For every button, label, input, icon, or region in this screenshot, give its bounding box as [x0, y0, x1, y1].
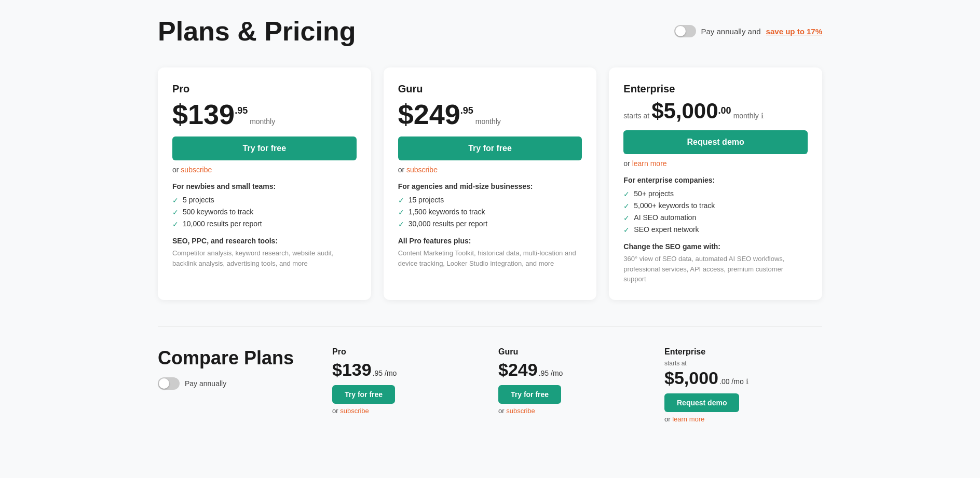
compare-price-row-enterprise: $5,000 .00 /mo ℹ	[664, 368, 814, 388]
compare-billing-toggle-area: Pay annually	[158, 377, 324, 390]
check-icon: ✓	[398, 208, 404, 216]
price-period-pro: monthly	[250, 117, 275, 126]
compare-plan-col-guru: Guru $249 .95 /mo Try for free or subscr…	[490, 347, 656, 423]
features-list-guru: ✓15 projects ✓1,500 keywords to track ✓3…	[398, 196, 582, 228]
compare-subscribe-link-guru[interactable]: subscribe	[506, 407, 535, 415]
compare-billing-label: Pay annually	[185, 379, 226, 388]
compare-header: Compare Plans Pay annually Pro $139 .95 …	[158, 347, 822, 423]
check-icon: ✓	[172, 220, 179, 228]
tools-label-pro: SEO, PPC, and research tools:	[172, 237, 357, 245]
compare-title: Compare Plans	[158, 347, 324, 369]
compare-plan-name-enterprise: Enterprise	[664, 347, 814, 357]
or-subscribe-enterprise: or learn more	[623, 159, 808, 168]
check-icon: ✓	[398, 220, 404, 228]
compare-learn-more-link-enterprise[interactable]: learn more	[672, 415, 704, 423]
compare-try-free-button-pro[interactable]: Try for free	[332, 385, 395, 404]
compare-price-suffix-enterprise: .00 /mo	[719, 377, 744, 386]
check-icon: ✓	[623, 226, 630, 234]
feature-item: ✓50+ projects	[623, 189, 808, 198]
plan-name-guru: Guru	[398, 83, 582, 95]
price-amount-pro: $139	[172, 100, 235, 128]
check-icon: ✓	[398, 196, 404, 204]
compare-or-subscribe-enterprise: or learn more	[664, 415, 814, 423]
tools-label-guru: All Pro features plus:	[398, 237, 582, 245]
price-period-enterprise: monthly	[733, 112, 759, 120]
try-free-button-pro[interactable]: Try for free	[172, 136, 357, 160]
compare-plan-col-pro: Pro $139 .95 /mo Try for free or subscri…	[324, 347, 490, 423]
plan-desc-pro: For newbies and small teams:	[172, 182, 357, 190]
compare-title-col: Compare Plans Pay annually	[158, 347, 324, 423]
tools-desc-pro: Competitor analysis, keyword research, w…	[172, 248, 357, 268]
price-row-pro: $139 .95 monthly	[172, 100, 357, 128]
toggle-knob	[675, 26, 686, 36]
check-icon: ✓	[172, 196, 179, 204]
tools-label-enterprise: Change the SEO game with:	[623, 242, 808, 251]
price-cents-enterprise: .00	[718, 105, 731, 116]
compare-price-amount-guru: $249	[498, 360, 538, 380]
compare-section: Compare Plans Pay annually Pro $139 .95 …	[158, 337, 822, 444]
tools-desc-guru: Content Marketing Toolkit, historical da…	[398, 248, 582, 268]
features-list-enterprise: ✓50+ projects ✓5,000+ keywords to track …	[623, 189, 808, 234]
compare-price-amount-pro: $139	[332, 360, 372, 380]
price-amount-enterprise: $5,000	[651, 100, 718, 122]
check-icon: ✓	[623, 190, 630, 198]
feature-item: ✓AI SEO automation	[623, 213, 808, 222]
compare-try-free-button-guru[interactable]: Try for free	[498, 385, 561, 404]
price-amount-guru: $249	[398, 100, 460, 128]
divider	[158, 326, 822, 326]
plan-card-guru: Guru $249 .95 monthly Try for free or su…	[384, 67, 597, 300]
feature-item: ✓5 projects	[172, 196, 357, 204]
plan-name-pro: Pro	[172, 83, 357, 95]
feature-item: ✓30,000 results per report	[398, 220, 582, 228]
or-subscribe-pro: or subscribe	[172, 166, 357, 174]
page-title: Plans & Pricing	[158, 16, 356, 47]
compare-plan-name-guru: Guru	[498, 347, 648, 357]
annual-billing-toggle[interactable]	[674, 25, 696, 37]
compare-price-suffix-pro: .95 /mo	[373, 369, 397, 377]
info-icon-enterprise[interactable]: ℹ	[761, 112, 764, 120]
compare-or-subscribe-guru: or subscribe	[498, 407, 648, 415]
billing-toggle-area: Pay annually and save up to 17%	[674, 25, 822, 37]
feature-item: ✓1,500 keywords to track	[398, 208, 582, 216]
compare-price-amount-enterprise: $5,000	[664, 368, 718, 388]
check-icon: ✓	[172, 208, 179, 216]
try-free-button-guru[interactable]: Try for free	[398, 136, 582, 160]
feature-item: ✓500 keywords to track	[172, 208, 357, 216]
plans-grid: Pro $139 .95 monthly Try for free or sub…	[158, 67, 822, 300]
subscribe-link-guru[interactable]: subscribe	[406, 166, 438, 174]
compare-plan-name-pro: Pro	[332, 347, 482, 357]
tools-desc-enterprise: 360° view of SEO data, automated AI SEO …	[623, 254, 808, 284]
subscribe-link-pro[interactable]: subscribe	[181, 166, 212, 174]
feature-item: ✓15 projects	[398, 196, 582, 204]
compare-starts-at-enterprise: starts at	[664, 360, 814, 367]
compare-price-row-guru: $249 .95 /mo	[498, 360, 648, 380]
price-row-guru: $249 .95 monthly	[398, 100, 582, 128]
request-demo-button-enterprise[interactable]: Request demo	[623, 130, 808, 154]
compare-price-suffix-guru: .95 /mo	[539, 369, 563, 377]
billing-toggle-prefix: Pay annually and	[701, 27, 761, 36]
compare-request-demo-button-enterprise[interactable]: Request demo	[664, 393, 739, 412]
check-icon: ✓	[623, 202, 630, 210]
compare-toggle-knob	[159, 378, 169, 389]
compare-subscribe-link-pro[interactable]: subscribe	[340, 407, 369, 415]
compare-annual-billing-toggle[interactable]	[158, 377, 180, 390]
compare-or-subscribe-pro: or subscribe	[332, 407, 482, 415]
plan-card-enterprise: Enterprise starts at $5,000 .00 monthly …	[609, 67, 822, 300]
plan-desc-enterprise: For enterprise companies:	[623, 176, 808, 184]
or-subscribe-guru: or subscribe	[398, 166, 582, 174]
compare-info-icon-enterprise[interactable]: ℹ	[746, 377, 748, 386]
feature-item: ✓10,000 results per report	[172, 220, 357, 228]
price-cents-pro: .95	[235, 105, 248, 116]
compare-price-row-pro: $139 .95 /mo	[332, 360, 482, 380]
compare-plans-cols: Pro $139 .95 /mo Try for free or subscri…	[324, 347, 822, 423]
price-starts-at-enterprise: starts at	[623, 112, 649, 120]
plan-card-pro: Pro $139 .95 monthly Try for free or sub…	[158, 67, 371, 300]
header: Plans & Pricing Pay annually and save up…	[158, 0, 822, 57]
plan-desc-guru: For agencies and mid-size businesses:	[398, 182, 582, 190]
price-cents-guru: .95	[460, 105, 473, 116]
save-text: save up to 17%	[766, 27, 822, 36]
plan-name-enterprise: Enterprise	[623, 83, 808, 95]
features-list-pro: ✓5 projects ✓500 keywords to track ✓10,0…	[172, 196, 357, 228]
learn-more-link-enterprise[interactable]: learn more	[632, 159, 667, 168]
compare-plan-col-enterprise: Enterprise starts at $5,000 .00 /mo ℹ Re…	[656, 347, 822, 423]
